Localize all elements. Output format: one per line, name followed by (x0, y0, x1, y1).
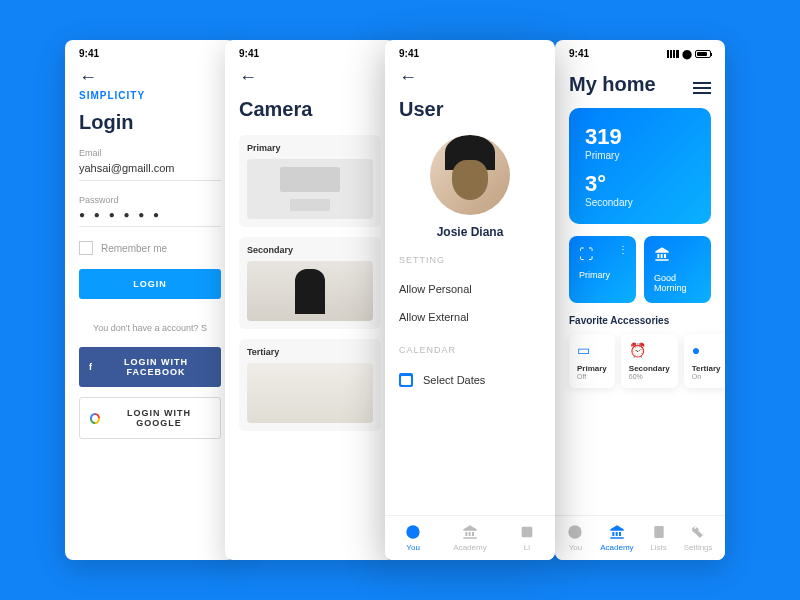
status-icons: ⬤ (667, 49, 711, 59)
camera-preview (247, 363, 373, 423)
login-screen: 9:41 ← SIMPLICITY Login Email yahsai@gma… (65, 40, 235, 560)
setting-allow-external[interactable]: Allow External (399, 303, 541, 331)
camera-card-secondary[interactable]: Secondary (239, 237, 381, 329)
hero-card[interactable]: 319 Primary 3° Secondary (569, 108, 711, 224)
face-icon (405, 524, 421, 540)
battery-icon (695, 50, 711, 58)
camera-card-primary[interactable]: Primary (239, 135, 381, 227)
remember-checkbox[interactable] (79, 241, 93, 255)
nav-lists[interactable]: Li (519, 524, 535, 552)
more-icon[interactable]: ⋮ (618, 244, 628, 255)
nav-settings[interactable]: Settings (684, 524, 713, 552)
status-time: 9:41 (569, 48, 589, 59)
signal-icon (667, 50, 679, 58)
calendar-icon (399, 373, 413, 387)
status-bar: 9:41 (65, 40, 235, 63)
back-icon[interactable]: ← (399, 67, 541, 88)
user-name: Josie Diana (399, 225, 541, 239)
password-label: Password (79, 195, 221, 205)
bottom-nav: You Academy Lists Settings (555, 515, 725, 560)
bank-icon (462, 524, 478, 540)
list-icon (519, 524, 535, 540)
section-label: CALENDAR (399, 345, 541, 355)
page-title: My home (569, 73, 656, 96)
person-icon: ● (692, 342, 721, 358)
fav-tertiary[interactable]: ● Tertiary On (684, 334, 725, 388)
bottom-nav: You Academy Li (385, 515, 555, 560)
hero-value-2: 3° (585, 171, 695, 197)
wifi-icon: ⬤ (682, 49, 692, 59)
status-bar: 9:41 (385, 40, 555, 63)
camera-screen: 9:41 ← Camera Primary Secondary Tertiary (225, 40, 395, 560)
favorites-label: Favorite Accessories (569, 315, 711, 326)
facebook-login-button[interactable]: f LOGIN WITH FACEBOOK (79, 347, 221, 387)
bank-icon (654, 246, 701, 265)
login-button[interactable]: LOGIN (79, 269, 221, 299)
fav-secondary[interactable]: ⏰ Secondary 60% (621, 334, 678, 388)
hero-value-1: 319 (585, 124, 695, 150)
svg-point-0 (406, 525, 419, 538)
menu-icon[interactable] (693, 82, 711, 94)
user-screen: 9:41 ← User Josie Diana SETTING Allow Pe… (385, 40, 555, 560)
email-field[interactable]: yahsai@gmaill.com (79, 162, 221, 181)
google-login-button[interactable]: LOGIN WITH GOOGLE (79, 397, 221, 439)
brand-label: SIMPLICITY (79, 90, 221, 101)
setting-allow-personal[interactable]: Allow Personal (399, 275, 541, 303)
back-icon[interactable]: ← (239, 67, 381, 88)
status-time: 9:41 (79, 48, 99, 59)
nav-lists[interactable]: Lists (650, 524, 666, 552)
camera-card-tertiary[interactable]: Tertiary (239, 339, 381, 431)
fav-primary[interactable]: ▭ Primary Off (569, 334, 615, 388)
no-account-text[interactable]: You don't have a account? S (79, 323, 221, 333)
hero-label-2: Secondary (585, 197, 695, 208)
nav-you[interactable]: You (405, 524, 421, 552)
email-label: Email (79, 148, 221, 158)
camera-preview (247, 159, 373, 219)
list-icon (651, 524, 667, 540)
home-screen: 9:41 ⬤ My home 319 Primary 3° Secondary … (555, 40, 725, 560)
wallet-icon: ▭ (577, 342, 607, 358)
svg-point-2 (569, 525, 582, 538)
face-icon (567, 524, 583, 540)
svg-rect-3 (654, 526, 663, 538)
status-bar: 9:41 (225, 40, 395, 63)
page-title: Login (79, 111, 221, 134)
status-time: 9:41 (239, 48, 259, 59)
nav-academy[interactable]: Academy (453, 524, 486, 552)
wrench-icon (690, 524, 706, 540)
bank-icon (609, 524, 625, 540)
remember-label: Remember me (101, 243, 167, 254)
status-bar: 9:41 ⬤ (555, 40, 725, 63)
section-label: SETTING (399, 255, 541, 265)
page-title: Camera (239, 98, 381, 121)
google-icon (90, 413, 100, 424)
calendar-select-dates[interactable]: Select Dates (399, 365, 541, 395)
tile-morning[interactable]: Good Morning (644, 236, 711, 303)
nav-you[interactable]: You (567, 524, 583, 552)
status-time: 9:41 (399, 48, 419, 59)
remember-row[interactable]: Remember me (79, 241, 221, 255)
svg-rect-1 (522, 527, 533, 538)
password-field[interactable]: ● ● ● ● ● ● (79, 209, 221, 227)
clock-icon: ⏰ (629, 342, 670, 358)
camera-preview (247, 261, 373, 321)
nav-academy[interactable]: Academy (600, 524, 633, 552)
tile-primary[interactable]: ⋮ ⛶ Primary (569, 236, 636, 303)
back-icon[interactable]: ← (79, 67, 221, 88)
user-avatar[interactable] (430, 135, 510, 215)
page-title: User (399, 98, 541, 121)
facebook-icon: f (89, 362, 93, 372)
hero-label-1: Primary (585, 150, 695, 161)
